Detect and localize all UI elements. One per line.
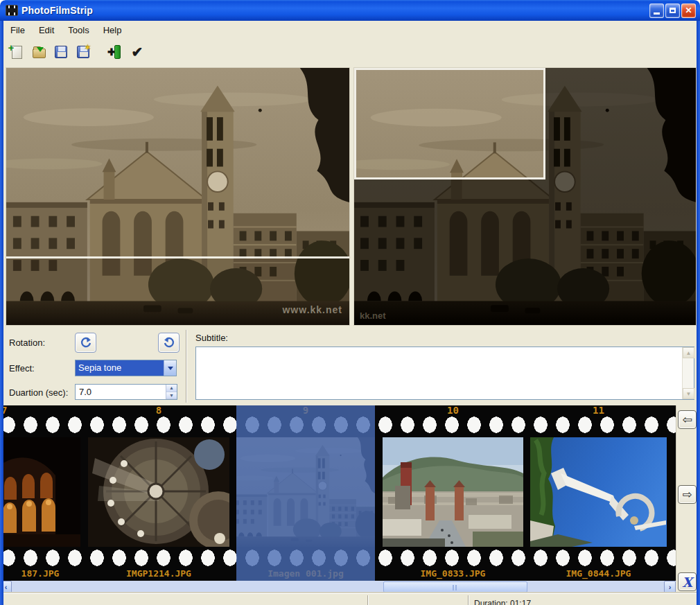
save-as-icon: ✶	[77, 46, 89, 58]
frame-number: 11	[530, 405, 667, 416]
x-icon: X	[682, 575, 692, 590]
rotate-cw-icon	[163, 337, 175, 349]
duration-spinbox[interactable]: 7.0 ▲ ▼	[75, 384, 177, 400]
frame-filename: IMG_0833.JPG	[383, 568, 523, 579]
new-project-icon	[12, 46, 22, 59]
maximize-button[interactable]	[665, 3, 680, 18]
open-project-button[interactable]	[30, 43, 48, 61]
status-divider	[367, 595, 369, 605]
window-title: PhotoFilmStrip	[21, 5, 93, 16]
filmstrip-thumbnail-4[interactable]	[383, 437, 523, 547]
filmstrip-thumbnail-2[interactable]	[88, 437, 229, 547]
frame-number: 8	[88, 405, 229, 416]
frame-filename: 187.JPG	[0, 568, 80, 579]
menu-help[interactable]: Help	[96, 23, 129, 37]
end-crop-rect[interactable]	[354, 68, 545, 179]
open-folder-icon	[33, 49, 46, 58]
save-project-as-button[interactable]: ✶	[74, 43, 92, 61]
duration-down-button[interactable]: ▼	[166, 392, 177, 400]
toolbar: ✶ ✚ ✔	[3, 39, 697, 65]
render-filmstrip-button[interactable]: ✔	[128, 43, 146, 61]
arrow-left-icon: ⇦	[682, 412, 692, 427]
menu-file[interactable]: File	[3, 23, 32, 37]
filmstrip: 7 8 9 10 11	[0, 405, 676, 581]
arrow-right-icon: ⇨	[682, 487, 692, 502]
menu-bar: File Edit Tools Help	[3, 21, 697, 39]
frame-filename: IMG_0844.JPG	[530, 568, 667, 579]
controls-separator	[186, 330, 187, 403]
watermark-text-right: kk.net	[360, 310, 386, 321]
scroll-right-button[interactable]: ›	[664, 581, 676, 593]
frame-filename: IMGP1214.JPG	[88, 568, 229, 579]
filmstrip-scrollbar[interactable]: ‹ ›	[0, 581, 676, 593]
frame-number: 10	[383, 405, 523, 416]
status-divider	[468, 595, 469, 605]
new-project-button[interactable]	[8, 43, 26, 61]
check-icon: ✔	[132, 45, 143, 59]
minimize-button[interactable]	[649, 3, 664, 18]
rotation-label: Rotation:	[9, 337, 45, 348]
title-bar[interactable]: PhotoFilmStrip ✕	[0, 0, 700, 21]
start-frame-preview[interactable]: www.kk.net	[6, 67, 350, 326]
move-image-left-button[interactable]: ⇦	[678, 410, 697, 429]
menu-edit[interactable]: Edit	[32, 23, 61, 37]
effect-selected-value: Sepia tone	[76, 360, 164, 376]
start-crop-rect[interactable]	[6, 68, 349, 258]
duration-up-button[interactable]: ▲	[166, 385, 177, 392]
scroll-up-icon[interactable]: ▲	[683, 347, 694, 358]
effect-dropdown[interactable]: Sepia tone	[75, 360, 177, 376]
window-border-right	[697, 21, 700, 605]
import-pictures-button[interactable]: ✚	[106, 43, 124, 61]
scrollbar-thumb[interactable]	[383, 581, 527, 593]
minimize-icon	[654, 12, 660, 15]
save-icon	[55, 46, 67, 58]
subtitle-scrollbar[interactable]: ▲ ▼	[682, 347, 694, 399]
close-button[interactable]: ✕	[681, 3, 696, 18]
preview-area: www.kk.net kk.net	[0, 65, 700, 327]
effect-label: Effect:	[9, 363, 35, 374]
window-border-left	[0, 21, 3, 605]
duration-label: Duartion (sec):	[9, 387, 68, 398]
scroll-down-icon[interactable]: ▼	[683, 388, 694, 399]
subtitle-label: Subtitle:	[195, 333, 228, 343]
watermark-text: www.kk.net	[282, 304, 342, 315]
filmstrip-side-panel: ⇦ ⇨	[676, 405, 697, 581]
import-pictures-icon: ✚	[107, 44, 123, 60]
frame-number: 7	[1, 405, 22, 416]
end-frame-preview[interactable]: kk.net	[353, 67, 697, 326]
controls-panel: Rotation: Effect: Sepia tone Duartion (s…	[3, 327, 697, 405]
status-duration: Duration: 01:17	[474, 599, 531, 605]
rotate-ccw-icon	[80, 337, 92, 349]
maximize-icon	[670, 8, 676, 13]
star-icon: ✶	[84, 42, 91, 53]
remove-image-button[interactable]: X	[678, 572, 697, 591]
rotate-left-button[interactable]	[75, 333, 96, 353]
status-bar: Duration: 01:17	[0, 593, 700, 605]
dropdown-arrow-icon[interactable]	[164, 360, 176, 376]
menu-tools[interactable]: Tools	[61, 23, 96, 37]
filmstrip-app-icon	[6, 5, 18, 16]
duration-value[interactable]: 7.0	[76, 385, 166, 399]
save-project-button[interactable]	[52, 43, 70, 61]
filmstrip-thumbnail-5[interactable]	[530, 437, 667, 547]
rotate-right-button[interactable]	[158, 333, 180, 353]
selected-frame-highlight[interactable]	[236, 405, 375, 581]
subtitle-textarea[interactable]: ▲ ▼	[195, 347, 694, 400]
filmstrip-thumbnail-1[interactable]	[0, 437, 80, 547]
move-image-right-button[interactable]: ⇨	[678, 485, 697, 504]
photofilmstrip-window: PhotoFilmStrip ✕ File Edit Tools Help ✶ …	[0, 0, 700, 605]
